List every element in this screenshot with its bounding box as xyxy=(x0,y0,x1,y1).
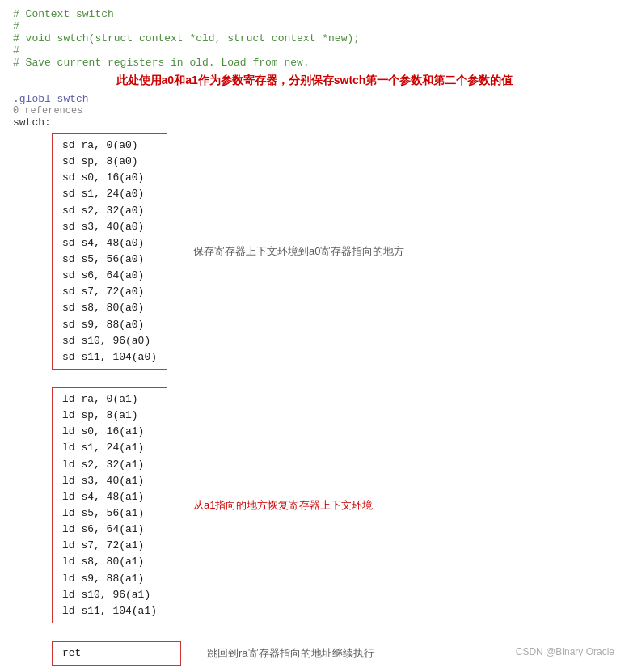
ld-line-13: ld s11, 104(a1) xyxy=(62,603,157,619)
annotation-params: 此处使用a0和a1作为参数寄存器，分别保存swtch第一个参数和第二个参数的值 xyxy=(13,74,616,88)
ld-line-8: ld s6, 64(a1) xyxy=(62,522,157,538)
swtch-label: swtch: xyxy=(13,116,616,129)
ld-line-6: ld s4, 48(a1) xyxy=(62,489,157,505)
refs-count: 0 references xyxy=(13,105,616,116)
comment-line-5: # Save current registers in old. Load fr… xyxy=(13,57,616,69)
ld-block-label: 从a1指向的地方恢复寄存器上下文环境 xyxy=(193,498,373,513)
sd-line-11: sd s9, 88(a0) xyxy=(62,317,157,333)
ld-line-0: ld ra, 0(a1) xyxy=(62,391,157,408)
sd-line-13: sd s11, 104(a0) xyxy=(62,349,157,366)
ld-code-block: ld ra, 0(a1) ld sp, 8(a1) ld s0, 16(a1) … xyxy=(52,387,167,623)
sd-line-10: sd s8, 80(a0) xyxy=(62,300,157,316)
sd-line-5: sd s3, 40(a0) xyxy=(62,219,157,235)
header-comments: # Context switch # # void swtch(struct c… xyxy=(13,8,616,69)
comment-line-4: # xyxy=(13,44,616,57)
ld-line-7: ld s5, 56(a1) xyxy=(62,505,157,522)
comment-line-3: # void swtch(struct context *old, struct… xyxy=(13,32,616,44)
ld-line-3: ld s1, 24(a1) xyxy=(62,440,157,456)
watermark: CSDN @Binary Oracle xyxy=(516,646,614,657)
sd-line-2: sd s0, 16(a0) xyxy=(62,170,157,186)
sd-line-1: sd sp, 8(a0) xyxy=(62,154,157,170)
ld-line-12: ld s10, 96(a1) xyxy=(62,587,157,603)
sd-block-label: 保存寄存器上下文环境到a0寄存器指向的地方 xyxy=(193,244,404,259)
ld-line-4: ld s2, 32(a1) xyxy=(62,457,157,473)
ld-line-1: ld sp, 8(a1) xyxy=(62,408,157,424)
globl-directive: .globl swtch xyxy=(13,93,616,105)
ret-code-block: ret xyxy=(52,641,181,666)
sd-line-8: sd s6, 64(a0) xyxy=(62,268,157,284)
ld-line-9: ld s7, 72(a1) xyxy=(62,538,157,554)
ld-line-11: ld s9, 88(a1) xyxy=(62,571,157,587)
sd-line-6: sd s4, 48(a0) xyxy=(62,235,157,251)
comment-line-2: # xyxy=(13,20,616,32)
sd-section: sd ra, 0(a0) sd sp, 8(a0) sd s0, 16(a0) … xyxy=(13,132,616,371)
ld-line-2: ld s0, 16(a1) xyxy=(62,424,157,440)
sd-code-block: sd ra, 0(a0) sd sp, 8(a0) sd s0, 16(a0) … xyxy=(52,133,167,370)
sd-line-4: sd s2, 32(a0) xyxy=(62,203,157,219)
ld-section: ld ra, 0(a1) ld sp, 8(a1) ld s0, 16(a1) … xyxy=(13,386,616,625)
sd-line-7: sd s5, 56(a0) xyxy=(62,251,157,268)
ld-line-10: ld s8, 80(a1) xyxy=(62,554,157,570)
comment-line-1: # Context switch xyxy=(13,8,616,20)
page-content: # Context switch # # void swtch(struct c… xyxy=(13,8,616,667)
ret-line: ret xyxy=(62,645,171,661)
sd-line-12: sd s10, 96(a0) xyxy=(62,333,157,349)
ld-line-5: ld s3, 40(a1) xyxy=(62,473,157,489)
ret-block-label: 跳回到ra寄存器指向的地址继续执行 xyxy=(207,646,374,661)
sd-line-9: sd s7, 72(a0) xyxy=(62,284,157,300)
sd-line-0: sd ra, 0(a0) xyxy=(62,137,157,154)
sd-line-3: sd s1, 24(a0) xyxy=(62,186,157,202)
